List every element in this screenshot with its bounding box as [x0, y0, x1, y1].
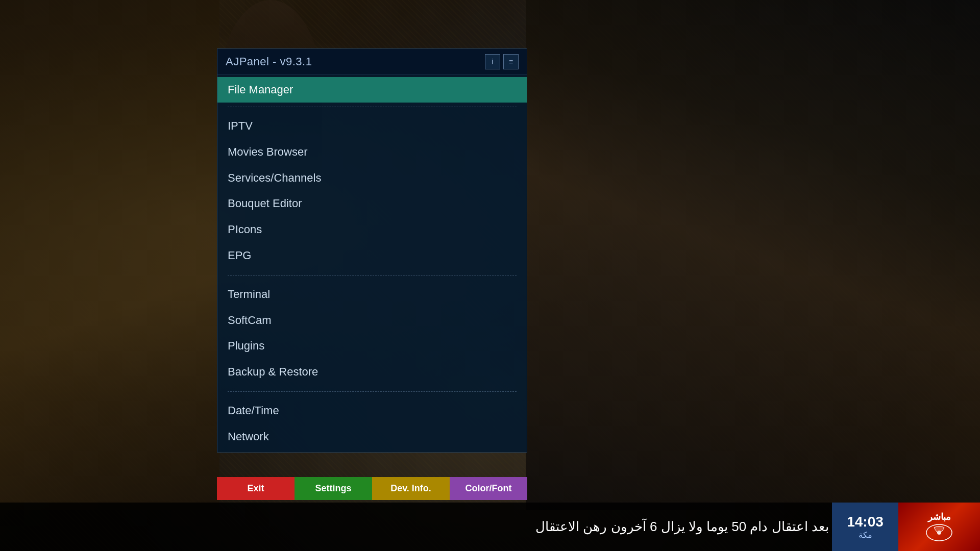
ticker-city: مكة: [859, 530, 872, 540]
menu-item-datetime[interactable]: Date/Time: [217, 398, 527, 424]
menu-group-3: Date/Time Network: [217, 396, 527, 452]
menu-item-backup-restore[interactable]: Backup & Restore: [217, 359, 527, 385]
divider-1: [228, 107, 517, 107]
ticker-bar: ن طواقمنا في خان يونس بعد اعتقال دام 50 …: [0, 503, 980, 551]
ticker-time: 14:03: [847, 514, 884, 530]
menu-group-1: IPTV Movies Browser Services/Channels Bo…: [217, 111, 527, 271]
aljazeera-logo: مباشر: [898, 503, 980, 551]
panel-header: AJPanel - v9.3.1 i ≡: [217, 49, 527, 75]
dev-info-button[interactable]: Dev. Info.: [372, 477, 450, 500]
menu-item-plugins[interactable]: Plugins: [217, 333, 527, 359]
ticker-time-box: 14:03 مكة: [832, 503, 898, 551]
scene-right: [526, 0, 980, 510]
exit-button[interactable]: Exit: [217, 477, 295, 500]
info-icon: i: [492, 58, 493, 66]
divider-2: [228, 275, 517, 276]
panel-body: File Manager IPTV Movies Browser Service…: [217, 77, 527, 452]
menu-item-picons[interactable]: PIcons: [217, 217, 527, 243]
menu-item-movies-browser[interactable]: Movies Browser: [217, 139, 527, 165]
menu-icon-button[interactable]: ≡: [503, 54, 519, 69]
svg-point-1: [937, 531, 941, 535]
info-icon-button[interactable]: i: [485, 54, 500, 69]
menu-item-terminal[interactable]: Terminal: [217, 282, 527, 308]
panel-title: AJPanel - v9.3.1: [226, 55, 312, 68]
hamburger-icon: ≡: [509, 58, 513, 66]
menu-item-services-channels[interactable]: Services/Channels: [217, 165, 527, 191]
panel-wrapper: AJPanel - v9.3.1 i ≡ File Manager IPTV: [217, 48, 527, 453]
divider-3: [228, 391, 517, 392]
scene-left: [0, 0, 219, 510]
menu-item-file-manager[interactable]: File Manager: [217, 77, 527, 103]
aljazeera-icon: [924, 522, 954, 543]
menu-item-iptv[interactable]: IPTV: [217, 113, 527, 139]
header-icons: i ≡: [485, 54, 519, 69]
menu-item-epg[interactable]: EPG: [217, 243, 527, 269]
menu-item-softcam[interactable]: SoftCam: [217, 308, 527, 334]
action-bar: Exit Settings Dev. Info. Color/Font: [217, 477, 527, 500]
menu-item-network[interactable]: Network: [217, 424, 527, 450]
color-font-button[interactable]: Color/Font: [450, 477, 527, 500]
live-badge: مباشر: [928, 511, 951, 522]
settings-button[interactable]: Settings: [295, 477, 372, 500]
menu-group-2: Terminal SoftCam Plugins Backup & Restor…: [217, 280, 527, 387]
main-panel: AJPanel - v9.3.1 i ≡ File Manager IPTV: [217, 48, 527, 453]
menu-item-bouquet-editor[interactable]: Bouquet Editor: [217, 191, 527, 217]
